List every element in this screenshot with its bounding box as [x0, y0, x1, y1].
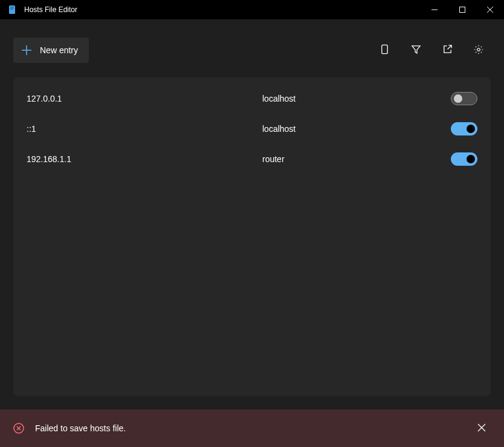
svg-rect-1 [10, 7, 14, 7]
error-icon [13, 423, 24, 434]
window-title: Hosts File Editor [24, 5, 421, 14]
entries-panel: 127.0.0.1 localhost ::1 localhost 192.16… [13, 77, 491, 396]
window-controls [421, 0, 504, 19]
minimize-button[interactable] [421, 0, 448, 19]
svg-rect-5 [460, 7, 465, 13]
titlebar: Hosts File Editor [0, 0, 504, 19]
additional-lines-button[interactable] [372, 38, 396, 62]
error-banner: Failed to save hosts file. [0, 409, 504, 447]
entry-row[interactable]: 127.0.0.1 localhost [13, 83, 491, 114]
file-icon [380, 44, 390, 56]
new-entry-label: New entry [40, 45, 78, 55]
entry-ip: 127.0.0.1 [27, 94, 250, 103]
new-entry-button[interactable]: New entry [13, 38, 89, 63]
toolbar: New entry [0, 19, 504, 77]
entry-host: router [262, 154, 439, 164]
entry-toggle[interactable] [451, 122, 477, 135]
entry-ip: ::1 [27, 124, 250, 134]
error-message: Failed to save hosts file. [35, 423, 462, 433]
app-icon [7, 5, 17, 15]
gear-icon [473, 44, 484, 57]
content-area: New entry 127.0.0.1 localhost [0, 19, 504, 409]
entry-ip: 192.168.1.1 [27, 154, 250, 164]
entry-toggle[interactable] [451, 152, 477, 166]
filter-button[interactable] [404, 38, 428, 62]
filter-icon [411, 44, 421, 56]
svg-rect-3 [10, 9, 13, 10]
svg-line-11 [447, 45, 451, 50]
maximize-button[interactable] [448, 0, 476, 19]
close-button[interactable] [476, 0, 504, 19]
svg-rect-10 [381, 45, 387, 53]
entry-toggle[interactable] [451, 92, 477, 105]
toggle-thumb [467, 155, 475, 163]
toggle-thumb [467, 125, 475, 133]
svg-rect-2 [10, 8, 14, 8]
svg-point-12 [477, 48, 480, 51]
open-external-icon [442, 44, 453, 56]
settings-button[interactable] [467, 38, 491, 62]
entry-row[interactable]: 192.168.1.1 router [13, 144, 491, 174]
plus-icon [21, 44, 33, 56]
entry-row[interactable]: ::1 localhost [13, 114, 491, 144]
entry-host: localhost [262, 124, 439, 134]
close-icon [477, 423, 486, 434]
entry-host: localhost [262, 94, 439, 103]
toggle-thumb [454, 94, 462, 103]
open-file-button[interactable] [435, 38, 459, 62]
error-close-button[interactable] [473, 419, 491, 439]
